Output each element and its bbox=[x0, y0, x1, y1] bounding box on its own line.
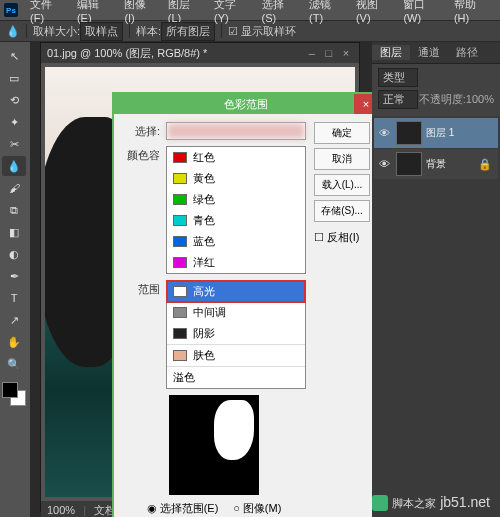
option-magenta[interactable]: 洋红 bbox=[167, 252, 305, 273]
tab-layers[interactable]: 图层 bbox=[372, 45, 410, 60]
option-skin[interactable]: 肤色 bbox=[167, 344, 305, 366]
lock-icon: 🔒 bbox=[478, 158, 492, 171]
layer-row[interactable]: 👁 背景 🔒 bbox=[374, 149, 498, 179]
layer-thumbnail[interactable] bbox=[396, 121, 422, 145]
eyedropper-tool-icon[interactable]: 💧 bbox=[2, 156, 26, 176]
show-ring-checkbox[interactable]: ☑ 显示取样环 bbox=[228, 24, 296, 39]
layer-name[interactable]: 背景 bbox=[426, 157, 446, 171]
option-highlights[interactable]: 高光 bbox=[167, 281, 305, 302]
menu-help[interactable]: 帮助(H) bbox=[448, 0, 496, 24]
opacity-value[interactable]: 100% bbox=[466, 93, 494, 105]
tab-channels[interactable]: 通道 bbox=[410, 45, 448, 60]
layers-panel: 图层 通道 路径 类型 正常不透明度:100% 👁 图层 1 👁 背景 🔒 bbox=[372, 42, 500, 517]
sample-label: 样本: bbox=[136, 24, 161, 39]
menu-type[interactable]: 文字(Y) bbox=[208, 0, 256, 24]
zoom-tool-icon[interactable]: 🔍 bbox=[2, 354, 26, 374]
option-red[interactable]: 红色 bbox=[167, 147, 305, 168]
wand-tool-icon[interactable]: ✦ bbox=[2, 112, 26, 132]
move-tool-icon[interactable]: ↖ bbox=[2, 46, 26, 66]
layer-thumbnail[interactable] bbox=[396, 152, 422, 176]
range-label: 范围 bbox=[122, 280, 166, 297]
selection-preview bbox=[169, 395, 259, 495]
radio-selection[interactable]: ◉ 选择范围(E) bbox=[147, 502, 219, 514]
radio-image[interactable]: ○ 图像(M) bbox=[233, 502, 281, 514]
tool-panel: ↖ ▭ ⟲ ✦ ✂ 💧 🖌 ⧉ ◧ ◐ ✒ T ↗ ✋ 🔍 bbox=[0, 42, 30, 517]
gradient-tool-icon[interactable]: ◐ bbox=[2, 244, 26, 264]
sample-dropdown[interactable]: 所有图层 bbox=[161, 22, 215, 41]
dialog-close-icon[interactable]: × bbox=[354, 94, 372, 114]
menu-bar: Ps 文件(F) 编辑(E) 图像(I) 图层(L) 文字(Y) 选择(S) 滤… bbox=[0, 0, 500, 20]
menu-filter[interactable]: 滤镜(T) bbox=[303, 0, 350, 24]
marquee-tool-icon[interactable]: ▭ bbox=[2, 68, 26, 88]
blend-mode-dropdown[interactable]: 正常 bbox=[378, 90, 418, 109]
brush-tool-icon[interactable]: 🖌 bbox=[2, 178, 26, 198]
menu-window[interactable]: 窗口(W) bbox=[397, 0, 447, 24]
type-tool-icon[interactable]: T bbox=[2, 288, 26, 308]
invert-checkbox[interactable]: ☐反相(I) bbox=[314, 230, 370, 245]
path-tool-icon[interactable]: ↗ bbox=[2, 310, 26, 330]
dialog-titlebar[interactable]: 色彩范围 × bbox=[114, 94, 372, 114]
ps-logo-icon: Ps bbox=[4, 3, 18, 17]
cancel-button[interactable]: 取消 bbox=[314, 148, 370, 170]
maximize-icon[interactable]: □ bbox=[322, 47, 336, 59]
hand-tool-icon[interactable]: ✋ bbox=[2, 332, 26, 352]
dropdown-selected bbox=[167, 123, 305, 139]
option-yellow[interactable]: 黄色 bbox=[167, 168, 305, 189]
menu-image[interactable]: 图像(I) bbox=[118, 0, 161, 24]
select-label: 选择: bbox=[122, 122, 166, 139]
eyedropper-icon: 💧 bbox=[6, 25, 20, 38]
save-button[interactable]: 存储(S)... bbox=[314, 200, 370, 222]
lasso-tool-icon[interactable]: ⟲ bbox=[2, 90, 26, 110]
option-shadows[interactable]: 阴影 bbox=[167, 323, 305, 344]
stamp-tool-icon[interactable]: ⧉ bbox=[2, 200, 26, 220]
menu-view[interactable]: 视图(V) bbox=[350, 0, 398, 24]
load-button[interactable]: 载入(L)... bbox=[314, 174, 370, 196]
layer-name[interactable]: 图层 1 bbox=[426, 126, 454, 140]
sample-size-dropdown[interactable]: 取样点 bbox=[80, 22, 123, 41]
option-green[interactable]: 绿色 bbox=[167, 189, 305, 210]
color-range-dialog: 色彩范围 × 选择: 颜色容 红色 bbox=[112, 92, 372, 517]
color-swatch[interactable] bbox=[2, 382, 26, 406]
ok-button[interactable]: 确定 bbox=[314, 122, 370, 144]
layer-row[interactable]: 👁 图层 1 bbox=[374, 118, 498, 148]
color-swatch-label: 颜色容 bbox=[122, 146, 166, 163]
watermark: 脚本之家 jb51.net bbox=[372, 494, 490, 511]
layer-kind-dropdown[interactable]: 类型 bbox=[378, 68, 418, 87]
menu-select[interactable]: 选择(S) bbox=[256, 0, 304, 24]
eraser-tool-icon[interactable]: ◧ bbox=[2, 222, 26, 242]
option-out-of-gamut[interactable]: 溢色 bbox=[167, 366, 305, 388]
menu-layer[interactable]: 图层(L) bbox=[162, 0, 208, 24]
tab-paths[interactable]: 路径 bbox=[448, 45, 486, 60]
zoom-value[interactable]: 100% bbox=[47, 504, 75, 516]
option-blue[interactable]: 蓝色 bbox=[167, 231, 305, 252]
close-icon[interactable]: × bbox=[339, 47, 353, 59]
visibility-icon[interactable]: 👁 bbox=[376, 127, 392, 139]
crop-tool-icon[interactable]: ✂ bbox=[2, 134, 26, 154]
option-midtones[interactable]: 中间调 bbox=[167, 302, 305, 323]
minimize-icon[interactable]: – bbox=[305, 47, 319, 59]
pen-tool-icon[interactable]: ✒ bbox=[2, 266, 26, 286]
sample-size-label: 取样大小: bbox=[33, 24, 80, 39]
document-title: 01.jpg @ 100% (图层, RGB/8#) * bbox=[47, 46, 207, 61]
visibility-icon[interactable]: 👁 bbox=[376, 158, 392, 170]
menu-edit[interactable]: 编辑(E) bbox=[71, 0, 119, 24]
select-dropdown[interactable] bbox=[166, 122, 306, 140]
menu-file[interactable]: 文件(F) bbox=[24, 0, 71, 24]
document-titlebar[interactable]: 01.jpg @ 100% (图层, RGB/8#) * – □ × bbox=[41, 43, 359, 63]
option-cyan[interactable]: 青色 bbox=[167, 210, 305, 231]
